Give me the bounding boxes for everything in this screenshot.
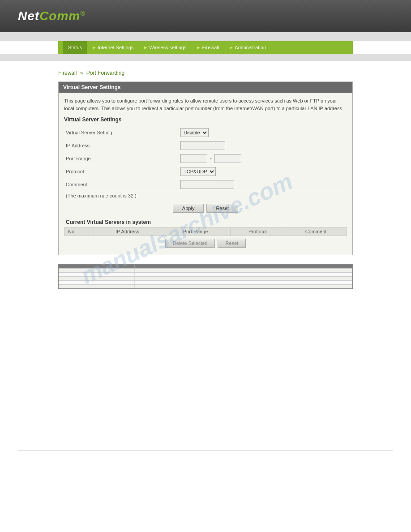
nav-arrow-wireless: ▶: [144, 45, 147, 50]
bottom-cell-4-1: [59, 281, 135, 284]
nav-bar: Status ▶ Internet Settings ▶ Wireless se…: [58, 41, 353, 54]
form-row-protocol: Protocol TCP&UDP TCP UDP: [64, 165, 347, 178]
max-rule-note: (The maximum rule count is 32.): [64, 191, 347, 200]
breadcrumb-separator: »: [80, 70, 83, 76]
bottom-header-col1: [59, 265, 135, 268]
nav-label-status: Status: [68, 45, 82, 50]
bottom-cell-5-2: [135, 285, 352, 288]
bottom-cell-2-2: [135, 273, 352, 276]
form-row-comment: Comment: [64, 178, 347, 191]
breadcrumb-current: Port Forwarding: [86, 70, 124, 76]
nav-item-status[interactable]: Status: [63, 41, 87, 54]
logo-registered: ®: [80, 10, 85, 17]
nav-label-firewall: Firewall: [202, 45, 219, 50]
bottom-cell-1-2: [135, 269, 352, 272]
bottom-table-row-2: [59, 272, 352, 276]
footer-divider: [18, 450, 393, 450]
nav-arrow-internet: ▶: [93, 45, 96, 50]
ip-control: [180, 141, 347, 150]
col-protocol: Protocol: [230, 227, 285, 236]
bottom-table-header-row: [59, 265, 352, 268]
nav-label-wireless: Wireless settings: [149, 45, 186, 50]
col-comment: Comment: [285, 227, 347, 236]
virtual-server-select[interactable]: Disable Enable: [180, 128, 209, 137]
current-servers-table: No IP Address Port Range Protocol Commen…: [64, 227, 347, 236]
nav-label-internet: Internet Settings: [98, 45, 133, 50]
comment-input[interactable]: [180, 180, 234, 189]
panel-body: This page allows you to configure port f…: [59, 93, 352, 255]
ip-label: IP Address: [64, 143, 180, 148]
delete-selected-button[interactable]: Delete Selected: [165, 239, 215, 248]
section-heading: Virtual Server Settings: [64, 116, 347, 124]
col-ip: IP Address: [94, 227, 161, 236]
port-range-end[interactable]: [214, 154, 241, 163]
nav-label-admin: Administration: [235, 45, 266, 50]
ip-address-input[interactable]: [180, 141, 225, 150]
protocol-control: TCP&UDP TCP UDP: [180, 167, 347, 176]
form-row-ip: IP Address: [64, 139, 347, 152]
bottom-table-row-5: [59, 284, 352, 288]
panel-description: This page allows you to configure port f…: [64, 97, 347, 112]
form-row-port: Port Range -: [64, 152, 347, 165]
reset-button[interactable]: Reset: [206, 204, 238, 213]
bottom-cell-3-1: [59, 277, 135, 280]
col-no: No: [64, 227, 94, 236]
nav-item-firewall[interactable]: ▶ Firewall: [192, 41, 224, 54]
protocol-select[interactable]: TCP&UDP TCP UDP: [180, 167, 216, 176]
protocol-label: Protocol: [64, 169, 180, 174]
nav-arrow-firewall: ▶: [197, 45, 200, 50]
form-row-virtual-server: Virtual Server Setting Disable Enable: [64, 126, 347, 139]
form-button-row: Apply Reset: [64, 200, 347, 216]
panel-title: Virtual Server Settings: [63, 84, 121, 90]
nav-item-internet[interactable]: ▶ Internet Settings: [87, 41, 139, 54]
logo-accent: Comm: [39, 9, 80, 23]
table-button-row: Delete Selected Reset: [64, 236, 347, 250]
nav-arrow-admin: ▶: [230, 45, 233, 50]
logo-main: Net: [18, 9, 39, 23]
current-servers-heading: Current Virtual Servers in system: [64, 216, 347, 227]
bottom-table-row-1: [59, 268, 352, 272]
bottom-table-row-3: [59, 276, 352, 280]
apply-button[interactable]: Apply: [173, 204, 204, 213]
bottom-cell-2-1: [59, 273, 135, 276]
bottom-header-col2: [135, 265, 352, 268]
bottom-cell-3-2: [135, 277, 352, 280]
bottom-cell-5-1: [59, 285, 135, 288]
table-reset-button[interactable]: Reset: [218, 239, 246, 248]
nav-item-admin[interactable]: ▶ Administration: [224, 41, 271, 54]
nav-item-wireless[interactable]: ▶ Wireless settings: [139, 41, 192, 54]
port-label: Port Range: [64, 156, 180, 161]
bottom-table-row-4: [59, 280, 352, 284]
virtual-server-control: Disable Enable: [180, 128, 347, 137]
main-panel: Virtual Server Settings This page allows…: [58, 82, 353, 255]
col-port: Port Range: [161, 227, 230, 236]
comment-label: Comment: [64, 182, 180, 187]
header: NetComm®: [0, 0, 411, 32]
bottom-cell-4-2: [135, 281, 352, 284]
breadcrumb: Firewall » Port Forwarding: [58, 70, 353, 76]
port-range-separator: -: [209, 155, 213, 162]
comment-control: [180, 180, 347, 189]
content-area: Firewall » Port Forwarding Virtual Serve…: [0, 61, 411, 298]
bottom-table: [58, 264, 353, 289]
breadcrumb-parent[interactable]: Firewall: [58, 70, 77, 76]
logo: NetComm®: [18, 9, 86, 23]
port-control: -: [180, 154, 347, 163]
bottom-cell-1-1: [59, 269, 135, 272]
panel-header: Virtual Server Settings: [59, 82, 352, 93]
port-range-start[interactable]: [180, 154, 207, 163]
virtual-server-label: Virtual Server Setting: [64, 130, 180, 135]
